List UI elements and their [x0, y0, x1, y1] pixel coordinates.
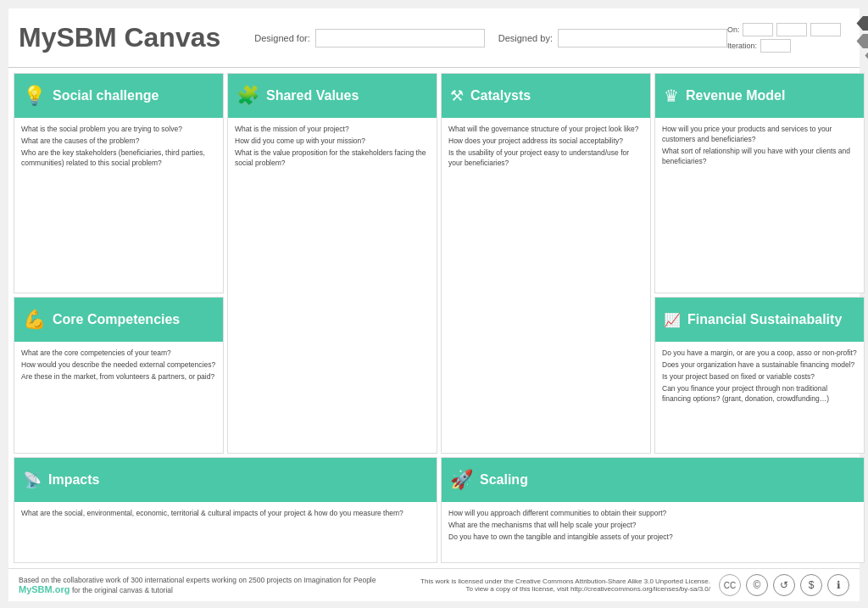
financial-sustainability-body: Do you have a margin, or are you a coop,… — [655, 342, 864, 453]
hex-2 — [856, 34, 868, 48]
sv-q3: What is the value proposition for the st… — [235, 148, 430, 169]
impacts-cell: 📡 Impacts What are the social, environme… — [14, 457, 437, 563]
shared-values-body: What is the mission of your project? How… — [228, 118, 437, 453]
rocket-icon: 🚀 — [450, 469, 473, 491]
canvas-wrapper: MySBM Canvas Designed for: Designed by: … — [8, 8, 860, 601]
sc-q2: What are the causes of the problem? — [21, 137, 216, 147]
designed-for-input[interactable] — [315, 29, 485, 47]
sv-q2: How did you come up with your mission? — [235, 137, 430, 147]
brand-link[interactable]: MySBM.org — [19, 584, 70, 594]
shared-values-header: 🧩 Shared Values — [228, 74, 437, 118]
fs-q2: Does your organization have a sustainabl… — [662, 360, 857, 371]
scaling-cell: 🚀 Scaling How will you approach differen… — [441, 457, 865, 563]
cat-q2: How does your project address its social… — [448, 137, 643, 147]
info-icon: ℹ — [827, 574, 849, 596]
scaling-title: Scaling — [480, 471, 528, 488]
impacts-title: Impacts — [48, 471, 99, 488]
rm-q1: How will you price your products and ser… — [662, 125, 857, 145]
catalysts-cell: ⚒ Catalysts What will the governance str… — [441, 73, 651, 454]
social-challenge-body: What is the social problem you are tryin… — [14, 118, 223, 293]
designed-by-input[interactable] — [558, 29, 727, 47]
imp-q1: What are the social, environmental, econ… — [21, 509, 430, 519]
crown-icon: ♛ — [664, 86, 679, 106]
social-challenge-title: Social challenge — [53, 87, 159, 103]
header-fields: Designed for: Designed by: — [254, 29, 727, 47]
wrench-icon: ⚒ — [450, 86, 464, 105]
revenue-model-title: Revenue Model — [686, 87, 785, 103]
on-row: On: — [727, 23, 842, 36]
revenue-model-cell: ♛ Revenue Model How will you price your … — [654, 73, 865, 293]
sv-q1: What is the mission of your project? — [235, 125, 430, 135]
cc-q3: Are these in the market, from volunteers… — [21, 372, 216, 382]
sc-q3: Who are the key stakeholders (beneficiar… — [21, 148, 216, 169]
financial-sustainability-title: Financial Sustainabality — [687, 311, 842, 327]
hex-3 — [865, 52, 868, 59]
muscle-icon: 💪 — [23, 309, 46, 331]
header-right: On: Iteration: — [727, 14, 868, 61]
core-competencies-header: 💪 Core Competencies — [14, 298, 223, 342]
refresh-icon: ↺ — [773, 574, 795, 596]
puzzle-icon: 🧩 — [236, 85, 259, 107]
financial-sustainability-cell: 📈 Financial Sustainabality Do you have a… — [654, 297, 865, 454]
core-competencies-cell: 💪 Core Competencies What are the core co… — [14, 297, 224, 454]
month-input[interactable] — [776, 23, 807, 36]
header: MySBM Canvas Designed for: Designed by: … — [8, 8, 860, 68]
social-challenge-cell: 💡 Social challenge What is the social pr… — [14, 73, 224, 293]
fs-q1: Do you have a margin, or are you a coop,… — [662, 349, 857, 359]
shared-values-title: Shared Values — [266, 87, 359, 103]
fs-q3: Is your project based on fixed or variab… — [662, 372, 857, 382]
fs-q4: Can you finance your project through non… — [662, 384, 857, 404]
canvas-grid: 💡 Social challenge What is the social pr… — [8, 68, 860, 568]
scal-q3: Do you have to own the tangible and inta… — [448, 533, 857, 543]
iteration-input[interactable] — [760, 39, 791, 53]
copy-icon: © — [746, 574, 768, 596]
hex-1 — [856, 16, 868, 31]
no-commercial-icon: $ — [800, 574, 822, 596]
brand-suffix: for the original canvas & tutorial — [72, 586, 173, 594]
footer-left: Based on the collaborative work of 300 i… — [19, 576, 376, 594]
designed-by-label: Designed by: — [498, 33, 553, 43]
lightbulb-icon: 💡 — [23, 85, 46, 107]
hexagons-decoration — [856, 14, 868, 61]
catalysts-body: What will the governance structure of yo… — [442, 118, 650, 453]
footer: Based on the collaborative work of 300 i… — [8, 568, 860, 601]
cat-q1: What will the governance structure of yo… — [448, 125, 643, 135]
impacts-body: What are the social, environmental, econ… — [14, 502, 437, 562]
footer-icons: CC © ↺ $ ℹ — [719, 574, 849, 596]
day-input[interactable] — [743, 23, 773, 36]
iteration-label: Iteration: — [727, 42, 757, 50]
license-url: To view a copy of this license, visit ht… — [420, 585, 710, 593]
impacts-header: 📡 Impacts — [14, 458, 437, 502]
license-text: This work is licensed under the Creative… — [420, 577, 710, 585]
scal-q1: How will you approach different communit… — [448, 509, 857, 519]
designed-by-group: Designed by: — [498, 29, 727, 47]
signal-icon: 📡 — [23, 471, 42, 489]
designed-for-group: Designed for: — [254, 29, 484, 47]
revenue-model-header: ♛ Revenue Model — [655, 74, 864, 118]
year-input[interactable] — [810, 23, 841, 36]
social-challenge-header: 💡 Social challenge — [14, 74, 223, 118]
core-competencies-title: Core Competencies — [53, 311, 180, 327]
date-fields: On: Iteration: — [727, 23, 842, 53]
scaling-body: How will you approach different communit… — [442, 502, 864, 562]
cc-q2: How would you describe the needed extern… — [21, 360, 216, 371]
sc-q1: What is the social problem you are tryin… — [21, 125, 216, 135]
on-label: On: — [727, 25, 740, 34]
cc-q1: What are the core competencies of your t… — [21, 349, 216, 359]
app-title: MySBM Canvas — [19, 22, 220, 53]
designed-for-label: Designed for: — [254, 33, 309, 43]
core-competencies-body: What are the core competencies of your t… — [14, 342, 223, 453]
financial-sustainability-header: 📈 Financial Sustainabality — [655, 298, 864, 342]
scal-q2: What are the mechanisms that will help s… — [448, 521, 857, 531]
footer-left-text: Based on the collaborative work of 300 i… — [19, 576, 376, 584]
chart-icon: 📈 — [664, 312, 681, 328]
catalysts-title: Catalysts — [470, 87, 531, 103]
cat-q3: Is the usability of your project easy to… — [448, 148, 643, 169]
iteration-row: Iteration: — [727, 39, 842, 53]
rm-q2: What sort of relationship will you have … — [662, 147, 857, 167]
footer-right-section: This work is licensed under the Creative… — [420, 574, 849, 596]
footer-right-text: This work is licensed under the Creative… — [420, 577, 710, 593]
scaling-header: 🚀 Scaling — [442, 458, 864, 502]
shared-values-cell: 🧩 Shared Values What is the mission of y… — [227, 73, 437, 454]
cc-icon: CC — [719, 574, 741, 596]
